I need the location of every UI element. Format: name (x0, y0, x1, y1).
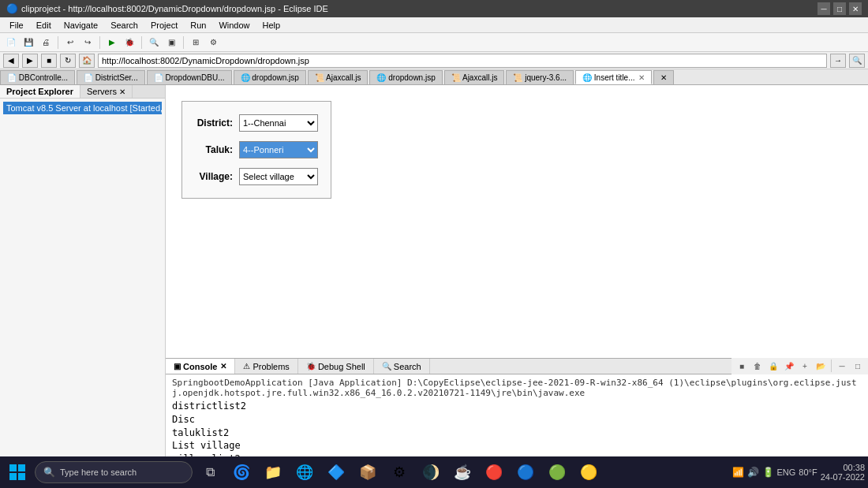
address-bar: ◀ ▶ ■ ↻ 🏠 → 🔍 (0, 52, 868, 69)
app3-icon: 🔷 (327, 464, 345, 481)
tab-dbcontroller[interactable]: 📄 DBControlle... (0, 70, 75, 84)
console-tab-search[interactable]: 🔍 Search (374, 359, 430, 374)
minimize-console-button[interactable]: ─ (835, 359, 849, 373)
taskbar-app7[interactable]: 🔵 (511, 458, 540, 486)
clock-date: 24-07-2022 (821, 472, 865, 482)
print-button[interactable]: 🖨 (38, 35, 54, 50)
tab-dropdowndbu[interactable]: 📄 DropdownDBU... (147, 70, 232, 84)
home-button[interactable]: 🏠 (79, 54, 95, 68)
tab-dropdown2[interactable]: 🌐 dropdown.jsp (369, 70, 442, 84)
debug-button[interactable]: 🐞 (122, 35, 137, 50)
menu-file[interactable]: File (3, 19, 30, 32)
console-line-4: List village (172, 439, 862, 453)
title-bar: 🔵 clipproject - http://localhost:8002/Dy… (0, 0, 868, 17)
tab-insert-title[interactable]: 🌐 Insert title... ✕ (575, 70, 651, 84)
stop-button[interactable]: ■ (41, 54, 57, 68)
search-icon: 🔍 (43, 467, 55, 478)
taluk-row: Taluk: 1--Ambattur 2--Madhavaram 3--Mana… (195, 141, 318, 158)
menu-bar: File Edit Navigate Search Project Run Wi… (0, 17, 868, 33)
run-button[interactable]: ▶ (104, 35, 120, 50)
tab-close-insert[interactable]: ✕ (638, 73, 645, 82)
save-button[interactable]: 💾 (21, 35, 36, 50)
scroll-lock-button[interactable]: 🔒 (766, 359, 780, 373)
perspective-button[interactable]: ⊞ (188, 35, 204, 50)
search-global-button[interactable]: 🔍 (146, 35, 162, 50)
taskbar-task-view[interactable]: ⧉ (196, 458, 224, 486)
tab-ajaxcall2[interactable]: 📜 Ajaxcall.js (444, 70, 505, 84)
page-content: District: 1--Chennai 2--Coimbatore 3--Ma… (166, 85, 868, 358)
panel-tab-servers[interactable]: Servers ✕ (80, 85, 133, 98)
district-row: District: 1--Chennai 2--Coimbatore 3--Ma… (195, 114, 318, 132)
console-toolbar: ■ 🗑 🔒 📌 + 📂 ─ □ (731, 358, 868, 375)
taskbar-eclipse[interactable]: 🌒 (417, 458, 445, 486)
menu-project[interactable]: Project (144, 19, 184, 32)
new-console-button[interactable]: + (798, 359, 812, 373)
taskbar-explorer[interactable]: 📁 (259, 458, 287, 486)
go-button[interactable]: → (830, 54, 846, 68)
new-button[interactable]: 📄 (3, 35, 19, 50)
stop-console-button[interactable]: ■ (735, 359, 749, 373)
taskbar-app6[interactable]: 🔴 (480, 458, 508, 486)
undo-button[interactable]: ↩ (62, 35, 78, 50)
village-row: Village: Select village Village 1 Villag… (195, 168, 318, 185)
menu-edit[interactable]: Edit (30, 19, 58, 32)
taskbar-search-box[interactable]: 🔍 Type here to search (35, 461, 193, 483)
console-tab-console[interactable]: ▣ Console ✕ (166, 359, 235, 374)
console-tab-debug[interactable]: 🐞 Debug Shell (298, 359, 374, 374)
clear-console-button[interactable]: 🗑 (750, 359, 765, 373)
url-input[interactable] (98, 54, 827, 68)
taskbar-java[interactable]: ☕ (448, 458, 477, 486)
tab-jquery[interactable]: 📜 jquery-3.6... (506, 70, 574, 84)
main-area: Project Explorer Servers ✕ Tomcat v8.5 S… (0, 85, 868, 488)
menu-navigate[interactable]: Navigate (58, 19, 104, 32)
back-button[interactable]: ◀ (3, 54, 19, 68)
refresh-button[interactable]: ↻ (60, 54, 76, 68)
tab-districtservice[interactable]: 📄 DistrictSer... (77, 70, 145, 84)
separator4 (183, 36, 184, 49)
java-icon: ☕ (454, 464, 471, 481)
village-select[interactable]: Select village Village 1 Village 2 (239, 168, 318, 185)
open-console-button[interactable]: 📂 (814, 359, 828, 373)
tab-dropdown1[interactable]: 🌐 dropdown.jsp (234, 70, 306, 84)
district-select[interactable]: 1--Chennai 2--Coimbatore 3--Madurai (239, 114, 318, 132)
close-button[interactable]: ✕ (849, 2, 862, 15)
console-tab-problems[interactable]: ⚠ Problems (235, 359, 297, 374)
taluk-select[interactable]: 1--Ambattur 2--Madhavaram 3--Manali 4--P… (239, 141, 318, 158)
taskbar-app5[interactable]: ⚙ (385, 458, 413, 486)
forward-button[interactable]: ▶ (22, 54, 38, 68)
app8-icon: 🟢 (548, 464, 566, 481)
taskbar-app9[interactable]: 🟡 (574, 458, 603, 486)
menu-search[interactable]: Search (104, 19, 144, 32)
taskbar-edge[interactable]: 🌀 (227, 458, 256, 486)
right-area: District: 1--Chennai 2--Coimbatore 3--Ma… (166, 85, 868, 488)
console-button[interactable]: ▣ (163, 35, 179, 50)
menu-run[interactable]: Run (184, 19, 212, 32)
tab-extra1[interactable]: ✕ (653, 70, 674, 84)
taskbar-chrome[interactable]: 🌐 (290, 458, 319, 486)
pin-console-button[interactable]: 📌 (782, 359, 796, 373)
taskbar-app8[interactable]: 🟢 (543, 458, 571, 486)
language-text: ENG (777, 468, 796, 477)
taskbar-app4[interactable]: 📦 (354, 458, 382, 486)
menu-window[interactable]: Window (212, 19, 256, 32)
console-line-1: districtlist2 (172, 400, 862, 413)
main-toolbar: 📄 💾 🖨 ↩ ↪ ▶ 🐞 🔍 ▣ ⊞ ⚙ (0, 33, 868, 52)
maximize-button[interactable]: □ (833, 2, 846, 15)
redo-button[interactable]: ↪ (80, 35, 95, 50)
console-line-2: Disc (172, 413, 862, 427)
search-web-button[interactable]: 🔍 (849, 54, 865, 68)
tree-item-tomcat[interactable]: Tomcat v8.5 Server at localhost [Started… (3, 102, 162, 114)
minimize-button[interactable]: ─ (817, 2, 830, 15)
tab-ajaxcall1[interactable]: 📜 Ajaxcall.js (308, 70, 369, 84)
console-line-3: taluklist2 (172, 427, 862, 440)
maximize-console-button[interactable]: □ (851, 359, 865, 373)
panel-tab-project-explorer[interactable]: Project Explorer (0, 85, 80, 98)
app7-icon: 🔵 (517, 464, 534, 481)
menu-help[interactable]: Help (256, 19, 287, 32)
console-icon: ▣ (174, 362, 181, 371)
settings-button[interactable]: ⚙ (205, 35, 221, 50)
start-button[interactable] (3, 458, 32, 486)
left-panel: Project Explorer Servers ✕ Tomcat v8.5 S… (0, 85, 166, 488)
app-icon: 🔵 (6, 3, 18, 14)
taskbar-app3[interactable]: 🔷 (322, 458, 350, 486)
